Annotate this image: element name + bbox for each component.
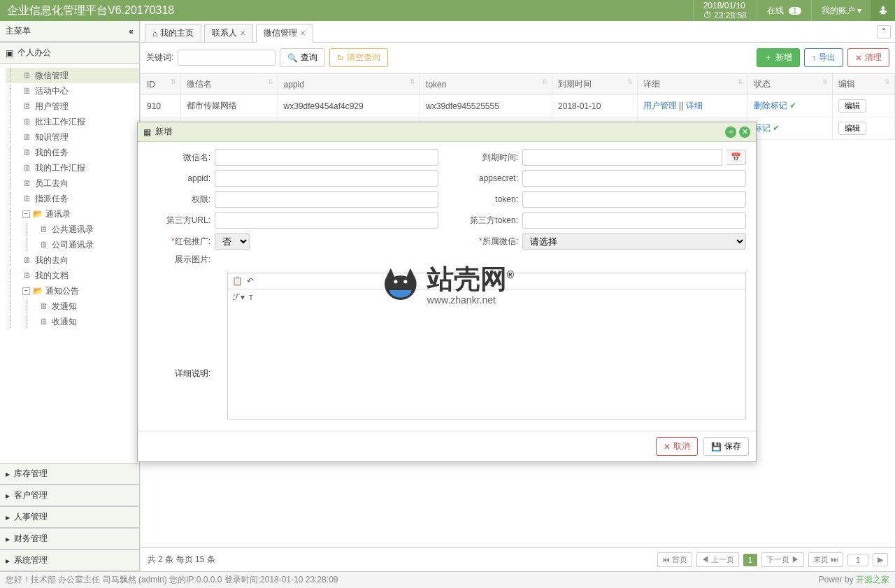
footer-link[interactable]: 开源之家 xyxy=(856,575,889,585)
sidebar-item[interactable]: 🗎批注工作汇报 xyxy=(6,114,139,129)
rich-editor[interactable]: 📋 ↶ ℱ ▾ т xyxy=(227,273,746,420)
perm-input[interactable] xyxy=(215,191,438,208)
thirdparty-token-input[interactable] xyxy=(522,212,746,229)
save-button[interactable]: 💾 保存 xyxy=(703,437,749,456)
expire-input[interactable] xyxy=(522,149,722,166)
add-button[interactable]: ＋ 新增 xyxy=(757,48,800,67)
edit-button[interactable]: 编辑 xyxy=(838,122,866,135)
toolbar: 关键词: 🔍 查询 ↻ 清空查询 ＋ 新增 ↑ 导出 ✕ 清理 xyxy=(141,43,895,73)
sidebar-collapse-icon[interactable]: « xyxy=(129,27,134,36)
file-icon: 🗎 xyxy=(22,86,32,96)
token-input[interactable] xyxy=(522,191,746,208)
user-mgmt-link[interactable]: 用户管理 xyxy=(643,101,677,110)
file-icon: 🗎 xyxy=(22,148,32,157)
tab-close-icon[interactable]: ✕ xyxy=(300,29,306,37)
editor-toolbar[interactable]: 📋 ↶ xyxy=(228,273,745,289)
tab[interactable]: ⌂我的主页 xyxy=(145,24,201,42)
sidebar-item[interactable]: 🗎微信管理 xyxy=(6,68,139,83)
sidebar-item[interactable]: 🗎知识管理 xyxy=(6,129,139,145)
file-icon: 🗎 xyxy=(22,178,32,188)
sidebar-section[interactable]: ▸人事管理 xyxy=(0,506,139,528)
modal-close-icon[interactable]: ✕ xyxy=(739,127,750,138)
pager-goto-input[interactable] xyxy=(847,554,868,566)
paste-icon[interactable]: 📋 xyxy=(232,276,243,286)
detail-link[interactable]: 详细 xyxy=(686,101,703,110)
header-online[interactable]: 在线 1 xyxy=(757,0,811,21)
font-icon[interactable]: ℱ ▾ xyxy=(232,292,245,302)
pager-first[interactable]: ⏮ 首页 xyxy=(657,552,692,567)
file-icon: 🗎 xyxy=(39,301,49,311)
status-link[interactable]: 删除标记 xyxy=(754,101,787,110)
file-icon: 🗎 xyxy=(22,101,32,111)
file-icon: 🗎 xyxy=(22,132,32,142)
undo-icon[interactable]: ↶ xyxy=(247,276,254,286)
sidebar-item[interactable]: 🗎我的文档 xyxy=(6,268,139,283)
file-icon: 🗎 xyxy=(39,224,49,234)
play-icon: ▸ xyxy=(6,491,10,501)
sidebar-item[interactable]: 🗎指派任务 xyxy=(6,191,139,206)
sidebar-section[interactable]: ▸系统管理 xyxy=(0,550,139,571)
export-button[interactable]: ↑ 导出 xyxy=(804,48,843,67)
sidebar-item[interactable]: 🗎公共通讯录 xyxy=(6,222,139,237)
play-icon: ▸ xyxy=(6,534,10,544)
column-header[interactable]: token⇅ xyxy=(420,74,552,95)
sidebar-item[interactable]: 🗎我的工作汇报 xyxy=(6,160,139,175)
tab-close-icon[interactable]: ✕ xyxy=(240,29,245,37)
tabs-menu-icon[interactable]: ˅ xyxy=(877,25,891,39)
pager-prev[interactable]: ◀ 上一页 xyxy=(696,552,739,567)
header-tree-icon[interactable] xyxy=(871,0,895,21)
sidebar-item[interactable]: 🗎我的任务 xyxy=(6,145,139,160)
sidebar-item[interactable]: 🗎收通知 xyxy=(6,314,139,329)
column-header[interactable]: 到期时间⇅ xyxy=(552,74,638,95)
calendar-icon[interactable]: 📅 xyxy=(726,150,746,165)
sidebar-item[interactable]: 🗎用户管理 xyxy=(6,99,139,114)
pager-last[interactable]: 末页 ⏭ xyxy=(808,552,843,567)
sidebar-section[interactable]: ▸客户管理 xyxy=(0,485,139,506)
play-icon: ▸ xyxy=(6,469,10,479)
column-header[interactable]: 编辑⇅ xyxy=(833,74,895,95)
edit-button[interactable]: 编辑 xyxy=(838,99,866,113)
tab[interactable]: 联系人✕ xyxy=(204,24,253,42)
sidebar-item[interactable]: 🗎员工去向 xyxy=(6,175,139,191)
clear-search-button[interactable]: ↻ 清空查询 xyxy=(329,48,388,67)
column-header[interactable]: 微信名⇅ xyxy=(181,74,278,95)
pager-current[interactable]: 1 xyxy=(743,554,757,566)
sidebar-section[interactable]: ▸库存管理 xyxy=(0,463,139,485)
modal-expand-icon[interactable]: ＋ xyxy=(725,127,736,138)
sidebar-item[interactable]: 🗎发通知 xyxy=(6,299,139,314)
pager-summary: 共 2 条 每页 15 条 xyxy=(148,554,215,566)
column-header[interactable]: appid⇅ xyxy=(278,74,420,95)
grid-icon: ▦ xyxy=(143,127,151,137)
column-header[interactable]: 详细⇅ xyxy=(637,74,747,95)
column-header[interactable]: 状态⇅ xyxy=(747,74,833,95)
sidebar-item[interactable]: 🗎活动中心 xyxy=(6,83,139,99)
tab[interactable]: 微信管理✕ xyxy=(256,24,313,43)
appid-input[interactable] xyxy=(215,170,438,187)
sidebar-section-personal[interactable]: ▣ 个人办公 xyxy=(0,42,139,64)
pager: 共 2 条 每页 15 条 ⏮ 首页 ◀ 上一页 1 下一页 ▶ 末页 ⏭ ▶ xyxy=(141,547,895,571)
sidebar-item[interactable]: −📂通讯录 xyxy=(6,206,139,222)
app-title: 企业信息化管理平台V6.20170318 xyxy=(0,3,693,18)
hongbao-select[interactable]: 否 xyxy=(215,233,250,250)
thirdparty-url-input[interactable] xyxy=(215,212,438,229)
header-datetime: 2018/01/10 ⏱ 23:28:58 xyxy=(693,0,757,21)
header-account[interactable]: 我的账户 ▾ xyxy=(811,0,871,21)
sidebar-item[interactable]: 🗎我的去向 xyxy=(6,252,139,268)
cancel-button[interactable]: ✕ 取消 xyxy=(656,437,698,456)
tab-bar: ⌂我的主页联系人✕微信管理✕˅ xyxy=(141,21,895,43)
check-icon: ✔ xyxy=(789,101,796,110)
appsecret-input[interactable] xyxy=(522,170,746,187)
sidebar-item[interactable]: −📂通知公告 xyxy=(6,283,139,299)
sidebar-item[interactable]: 🗎公司通讯录 xyxy=(6,237,139,252)
keyword-input[interactable] xyxy=(178,50,275,66)
size-icon[interactable]: т xyxy=(249,292,253,302)
belong-select[interactable]: 请选择 xyxy=(522,233,746,250)
sidebar-header: 主菜单 « xyxy=(0,21,139,42)
sidebar-section[interactable]: ▸财务管理 xyxy=(0,528,139,550)
search-button[interactable]: 🔍 查询 xyxy=(280,48,325,67)
clean-button[interactable]: ✕ 清理 xyxy=(847,48,889,67)
pager-next[interactable]: 下一页 ▶ xyxy=(761,552,804,567)
column-header[interactable]: ID⇅ xyxy=(141,74,181,95)
wxname-input[interactable] xyxy=(215,149,438,166)
pager-go[interactable]: ▶ xyxy=(873,553,888,566)
